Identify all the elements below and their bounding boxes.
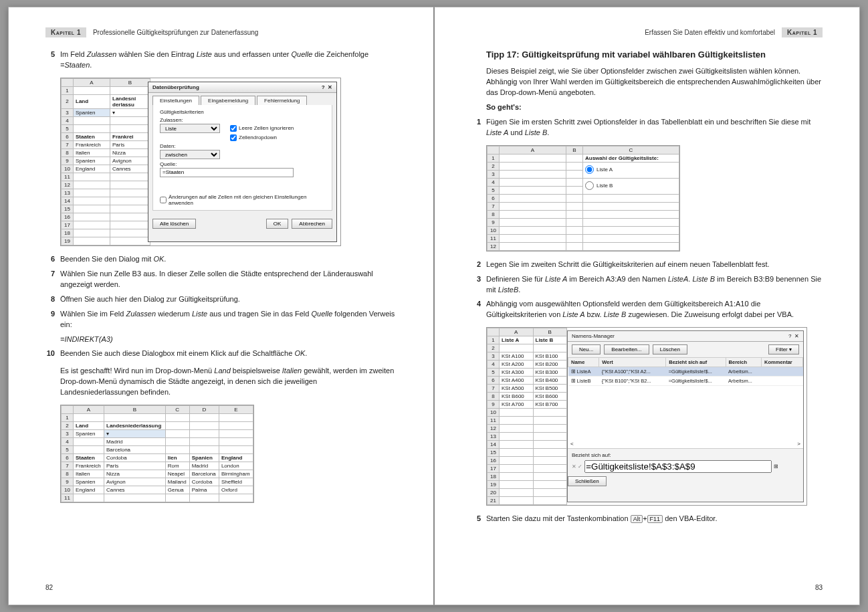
cancel-button[interactable]: Abbrechen	[292, 219, 332, 229]
step-8: 8Öffnen Sie auch hier den Dialog zur Gül…	[45, 294, 397, 305]
allow-select[interactable]: Liste	[160, 124, 220, 133]
page-number: 83	[815, 584, 823, 591]
apply-all-checkbox[interactable]	[160, 197, 167, 203]
clear-all-button[interactable]: Alle löschen	[152, 219, 196, 229]
chapter-title: Erfassen Sie Daten effektiv und komforta…	[638, 29, 782, 36]
excel-grid-1: AB 1 2LandLandesniderlassu 3Spanien▾ 4 5…	[61, 78, 150, 245]
refers-to-label: Bezieht sich auf:	[572, 452, 799, 458]
delete-button[interactable]: Löschen	[653, 344, 687, 354]
data-label: Daten:	[160, 143, 325, 149]
tab-settings[interactable]: Einstellungen	[152, 96, 199, 105]
screenshot-3: ABC 1Auswahl der Gültigkeitsliste: 2 Lis…	[486, 145, 680, 251]
close-icon[interactable]: ? ✕	[788, 333, 799, 339]
step-r3: 3Definieren Sie für Liste A im Bereich A…	[471, 274, 823, 296]
nm-row[interactable]: ⊞ ListeA{"KSt A100";"KSt A2...=Gültigkei…	[568, 367, 803, 377]
name-manager-dialog: Namens-Manager? ✕ Neu... Bearbeiten... L…	[567, 330, 804, 502]
nm-row[interactable]: ⊞ ListeB{"KSt B100";"KSt B2...=Gültigkei…	[568, 377, 803, 386]
ignore-blank-checkbox[interactable]	[230, 125, 237, 132]
intro-text: Dieses Beispiel zeigt, wie Sie über Opti…	[486, 66, 823, 98]
screenshot-1: AB 1 2LandLandesniderlassu 3Spanien▾ 4 5…	[60, 78, 341, 246]
header-left: Kapitel 1 Professionelle Gültigkeitsprüf…	[45, 27, 397, 37]
step-r4: 4Abhängig vom ausgewählten Optionsfeld w…	[471, 299, 823, 320]
data-select[interactable]: zwischen	[160, 150, 220, 159]
step-r1: 1Fügen Sie im ersten Schritt zwei Option…	[471, 117, 823, 138]
refers-to-input[interactable]	[584, 460, 772, 473]
chapter-box: Kapitel 1	[782, 27, 823, 37]
ok-button[interactable]: OK	[266, 219, 289, 229]
page-number: 82	[45, 584, 53, 591]
filter-button[interactable]: Filter ▾	[768, 344, 799, 354]
step-r5: 5Starten Sie dazu mit der Tastenkombinat…	[471, 514, 823, 524]
so-gehts: So geht's:	[486, 103, 522, 111]
chapter-title: Professionelle Gültigkeitsprüfungen zur …	[86, 29, 265, 36]
step-5: 5Im Feld Zulassen wählen Sie den Eintrag…	[45, 49, 397, 71]
step-r2: 2Legen Sie im zweiten Schritt die Gültig…	[471, 260, 823, 270]
header-right: Erfassen Sie Daten effektiv und komforta…	[471, 27, 823, 37]
screenshot-2: ABCDE 1 2LandLandesniederlassung 3Spanie…	[60, 405, 254, 503]
radio-liste-a[interactable]	[585, 165, 594, 174]
step-9-formula: =INDIREKT(A3)	[60, 334, 397, 345]
chapter-box: Kapitel 1	[45, 27, 86, 37]
dialog-title: Datenüberprüfung	[152, 84, 199, 90]
tip-title: Tipp 17: Gültigkeitsprüfung mit variabel…	[486, 49, 823, 60]
page-left: Kapitel 1 Professionelle Gültigkeitsprüf…	[8, 7, 434, 605]
section-label: Gültigkeitskriterien	[160, 109, 325, 115]
source-input[interactable]	[160, 168, 294, 177]
screenshot-4: AB 1Liste AListe B 2 3KSt A100KSt B100 4…	[486, 327, 807, 506]
nm-title: Namens-Manager	[572, 333, 615, 339]
step-10: 10Beenden Sie auch diese Dialogbox mit e…	[45, 348, 397, 359]
source-label: Quelle:	[160, 161, 325, 167]
range-icon[interactable]: ⊞	[774, 464, 778, 470]
dropdown-checkbox[interactable]	[230, 134, 237, 141]
tab-input-message[interactable]: Eingabemeldung	[201, 96, 255, 105]
step-7: 7Wählen Sie nun Zelle B3 aus. In dieser …	[45, 269, 397, 290]
close-button[interactable]: Schließen	[568, 476, 607, 486]
allow-label: Zulassen:	[160, 117, 325, 123]
nm-table: NameWertBezieht sich aufBereichKommentar…	[568, 357, 803, 386]
after-text: Es ist geschafft! Wird nun im Drop-down-…	[60, 366, 397, 398]
page-right: Erfassen Sie Daten effektiv und komforta…	[434, 7, 860, 605]
radio-liste-b[interactable]	[585, 181, 594, 190]
step-6: 6Beenden Sie den Dialog mit OK.	[45, 254, 397, 265]
tab-error-alert[interactable]: Fehlermeldung	[257, 96, 307, 105]
new-button[interactable]: Neu...	[572, 344, 601, 354]
data-validation-dialog: Datenüberprüfung? ✕ Einstellungen Eingab…	[148, 82, 337, 242]
close-icon[interactable]: ? ✕	[322, 84, 332, 90]
edit-button[interactable]: Bearbeiten...	[604, 344, 649, 354]
step-9: 9Wählen Sie im Feld Zulassen wiederum Li…	[45, 309, 397, 330]
